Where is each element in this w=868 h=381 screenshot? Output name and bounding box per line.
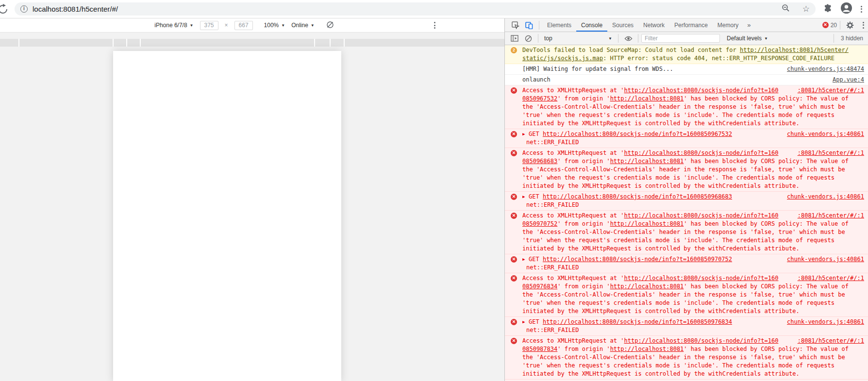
source-link[interactable]: App.vue:4 bbox=[826, 76, 864, 84]
extensions-icon[interactable] bbox=[823, 4, 832, 15]
device-toolbar-more-icon[interactable] bbox=[434, 22, 435, 29]
expand-triangle-icon[interactable]: ▶ bbox=[522, 255, 529, 264]
console-message-log: onlaunchApp.vue:4 bbox=[505, 75, 868, 85]
zoom-out-icon[interactable] bbox=[782, 4, 790, 14]
reload-icon[interactable] bbox=[0, 4, 9, 15]
console-text: ' from origin ' bbox=[557, 282, 610, 291]
hidden-messages-label[interactable]: 3 hidden bbox=[837, 35, 868, 42]
source-link[interactable]: :8081/h5center/#/:1 bbox=[791, 149, 864, 157]
tab-memory[interactable]: Memory bbox=[713, 18, 743, 32]
console-text: Access to XMLHttpRequest at ' bbox=[522, 274, 624, 282]
source-link[interactable]: chunk-vendors.js:40861 bbox=[780, 193, 864, 201]
source-link[interactable]: chunk-vendors.js:40861 bbox=[780, 130, 864, 138]
console-link[interactable]: http://localhost:8081 bbox=[610, 220, 684, 228]
site-info-icon[interactable]: i bbox=[20, 5, 28, 13]
console-link[interactable]: 0850987834 bbox=[522, 345, 557, 353]
console-link[interactable]: 0850968683 bbox=[522, 157, 557, 166]
console-filter-input[interactable] bbox=[641, 34, 720, 43]
devtools-settings-gear-icon[interactable] bbox=[843, 19, 857, 32]
console-link[interactable]: http://localhost:8080/sockjs-node/info?t… bbox=[624, 337, 779, 345]
console-link[interactable]: http://localhost:8081 bbox=[610, 345, 684, 353]
bookmark-star-icon[interactable]: ☆ bbox=[802, 4, 810, 14]
source-link[interactable]: chunk-vendors.js:40861 bbox=[780, 255, 864, 264]
console-link[interactable]: 0850967532 bbox=[522, 95, 557, 103]
chevron-down-icon: ▼ bbox=[608, 36, 612, 41]
source-link[interactable]: :8081/h5center/#/:1 bbox=[791, 212, 864, 220]
ruler-tick bbox=[330, 39, 331, 47]
console-text: initiated by the XMLHttpRequest is contr… bbox=[522, 245, 800, 253]
console-text: ' has been blocked by CORS policy: The v… bbox=[684, 220, 849, 228]
tab-elements[interactable]: Elements bbox=[542, 18, 576, 32]
console-link[interactable]: http://localhost:8080/sockjs-node/info?t… bbox=[624, 274, 779, 282]
expand-triangle-icon[interactable]: ▶ bbox=[522, 130, 529, 138]
tab-sources[interactable]: Sources bbox=[607, 18, 638, 32]
devtools-menu-icon[interactable] bbox=[863, 22, 864, 29]
error-circle-icon: ✕ bbox=[511, 213, 517, 219]
clear-console-icon[interactable] bbox=[521, 32, 535, 45]
device-select[interactable]: iPhone 6/7/8 ▼ bbox=[154, 22, 193, 29]
console-link[interactable]: 0850970752 bbox=[522, 220, 557, 228]
ruler-tick bbox=[18, 39, 19, 47]
console-link[interactable]: http://localhost:8081 bbox=[610, 282, 684, 291]
console-text: net::ERR_FAILED bbox=[526, 201, 579, 209]
tab-performance[interactable]: Performance bbox=[669, 18, 713, 32]
console-link[interactable]: http://localhost:8080/sockjs-node/info?t… bbox=[624, 212, 779, 220]
log-levels-select[interactable]: Default levels ▼ bbox=[727, 35, 768, 42]
error-circle-icon: ✕ bbox=[511, 319, 517, 325]
viewport-width-input[interactable]: 375 bbox=[200, 21, 218, 30]
source-link[interactable]: :8081/h5center/#/:1 bbox=[791, 86, 864, 95]
viewport-height-input[interactable]: 667 bbox=[234, 21, 253, 30]
emulated-device-screen[interactable] bbox=[113, 51, 341, 381]
source-link[interactable]: chunk-vendors.js:48474 bbox=[780, 65, 864, 73]
tab-console[interactable]: Console bbox=[576, 18, 607, 32]
console-link[interactable]: http://localhost:8081/h5center/ bbox=[740, 46, 849, 54]
error-circle-icon: ✕ bbox=[511, 338, 517, 344]
console-link[interactable]: http://localhost:8080/sockjs-node/info?t… bbox=[543, 318, 732, 326]
zoom-select[interactable]: 100% ▼ bbox=[264, 22, 285, 29]
device-toolbar: iPhone 6/7/8 ▼ 375 × 667 100% ▼ Online ▼ bbox=[0, 18, 504, 33]
ruler-tick bbox=[113, 39, 114, 47]
console-link[interactable]: http://localhost:8080/sockjs-node/info?t… bbox=[624, 149, 779, 157]
error-circle-icon: ✕ bbox=[511, 150, 517, 156]
url-text[interactable]: localhost:8081/h5center/#/ bbox=[33, 5, 118, 13]
browser-menu-icon[interactable] bbox=[861, 6, 862, 13]
console-link[interactable]: http://localhost:8081 bbox=[610, 157, 684, 166]
ruler-tick bbox=[344, 39, 345, 47]
source-link[interactable]: chunk-vendors.js:40861 bbox=[780, 318, 864, 326]
console-text: the 'Access-Control-Allow-Credentials' h… bbox=[522, 228, 845, 236]
console-text: ' from origin ' bbox=[557, 157, 610, 166]
console-link[interactable]: http://localhost:8080/sockjs-node/info?t… bbox=[543, 130, 732, 138]
console-link[interactable]: http://localhost:8081 bbox=[610, 95, 684, 103]
console-sidebar-icon[interactable] bbox=[508, 32, 521, 45]
address-bar[interactable]: i localhost:8081/h5center/#/ ☆ bbox=[15, 2, 816, 16]
more-tabs-icon[interactable]: » bbox=[743, 21, 754, 29]
device-toolbar-toggle-icon[interactable] bbox=[522, 19, 536, 32]
console-text: onlaunch bbox=[522, 76, 551, 84]
expand-triangle-icon[interactable]: ▶ bbox=[522, 318, 529, 326]
zoom-select-label: 100% bbox=[264, 22, 279, 29]
error-count-badge[interactable]: ✕ 20 bbox=[822, 22, 837, 29]
error-circle-icon: ✕ bbox=[822, 22, 829, 28]
console-text: net::ERR_FAILED bbox=[526, 138, 579, 147]
console-text: GET bbox=[529, 193, 543, 201]
console-text: Access to XMLHttpRequest at ' bbox=[522, 149, 624, 157]
source-link[interactable]: :8081/h5center/#/:1 bbox=[791, 337, 864, 345]
execution-context-select[interactable]: top ▼ bbox=[541, 35, 615, 42]
expand-triangle-icon[interactable]: ▶ bbox=[522, 193, 529, 201]
live-expression-eye-icon[interactable] bbox=[621, 32, 635, 45]
tab-network[interactable]: Network bbox=[638, 18, 669, 32]
error-circle-icon: ✕ bbox=[511, 256, 517, 263]
console-link[interactable]: http://localhost:8080/sockjs-node/info?t… bbox=[543, 193, 732, 201]
console-link[interactable]: http://localhost:8080/sockjs-node/info?t… bbox=[543, 255, 732, 264]
console-link[interactable]: 0850976834 bbox=[522, 282, 557, 291]
console-message-error-get: ✕▶GET http://localhost:8080/sockjs-node/… bbox=[505, 129, 868, 148]
profile-avatar[interactable] bbox=[841, 2, 852, 16]
console-link[interactable]: http://localhost:8080/sockjs-node/info?t… bbox=[624, 86, 779, 95]
throttling-select[interactable]: Online ▼ bbox=[291, 22, 315, 29]
console-message-error-get: ✕▶GET http://localhost:8080/sockjs-node/… bbox=[505, 192, 868, 211]
inspect-element-icon[interactable] bbox=[509, 19, 522, 32]
console-link[interactable]: static/js/sockjs.js.map bbox=[522, 54, 603, 63]
console-text: ' from origin ' bbox=[557, 220, 610, 228]
source-link[interactable]: :8081/h5center/#/:1 bbox=[791, 274, 864, 282]
rotate-device-icon[interactable] bbox=[326, 21, 334, 30]
